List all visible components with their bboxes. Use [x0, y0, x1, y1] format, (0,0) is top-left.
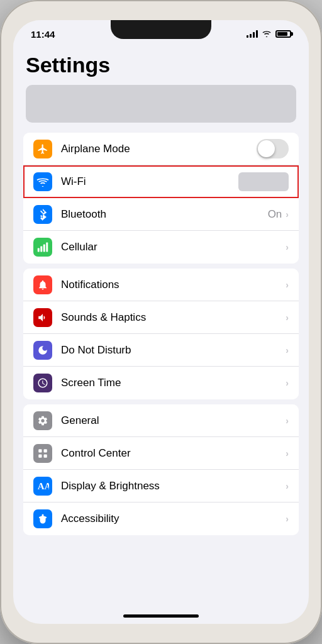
- general-label: General: [61, 414, 286, 427]
- wifi-label: Wi-Fi: [61, 175, 238, 188]
- wifi-row[interactable]: Wi-Fi: [23, 165, 299, 198]
- bluetooth-value: On: [268, 208, 282, 221]
- dnd-label: Do Not Disturb: [61, 344, 286, 357]
- sounds-chevron: ›: [286, 313, 289, 323]
- wifi-value-placeholder: [238, 172, 289, 191]
- svg-rect-0: [38, 248, 40, 252]
- controlcenter-label: Control Center: [61, 447, 286, 460]
- phone-frame: 11:44 Settings: [0, 0, 322, 644]
- displaybrightness-label: Display & Brightness: [61, 480, 286, 492]
- cellular-row[interactable]: Cellular ›: [23, 231, 299, 264]
- screen: 11:44 Settings: [13, 20, 309, 624]
- screentime-row[interactable]: Screen Time ›: [23, 367, 299, 399]
- svg-rect-4: [38, 449, 42, 452]
- cellular-label: Cellular: [61, 241, 286, 253]
- controlcenter-icon: [33, 444, 52, 463]
- accessibility-row[interactable]: Accessibility ›: [23, 502, 299, 535]
- battery-icon: [275, 30, 291, 38]
- dnd-icon: [33, 341, 52, 360]
- display-group: General › Control Center ›: [23, 404, 299, 535]
- notifications-label: Notifications: [61, 279, 286, 291]
- screentime-label: Screen Time: [61, 377, 286, 389]
- airplane-mode-icon: [33, 140, 52, 158]
- connectivity-group: Airplane Mode Wi-Fi: [23, 133, 299, 264]
- screentime-chevron: ›: [286, 378, 289, 388]
- general-icon: [33, 411, 52, 430]
- cellular-icon: [33, 238, 52, 257]
- search-area: Settings: [13, 48, 309, 133]
- airplane-mode-row[interactable]: Airplane Mode: [23, 133, 299, 165]
- notch: [111, 20, 211, 39]
- airplane-mode-label: Airplane Mode: [61, 143, 257, 155]
- notifications-chevron: ›: [286, 280, 289, 290]
- sounds-row[interactable]: Sounds & Haptics ›: [23, 301, 299, 334]
- dnd-row[interactable]: Do Not Disturb ›: [23, 334, 299, 367]
- bluetooth-row[interactable]: Bluetooth On ›: [23, 198, 299, 231]
- general-row[interactable]: General ›: [23, 404, 299, 437]
- svg-text:AA: AA: [38, 481, 49, 491]
- svg-rect-3: [46, 243, 48, 252]
- wifi-icon: [33, 172, 52, 191]
- displaybrightness-row[interactable]: AA Display & Brightness ›: [23, 470, 299, 502]
- search-placeholder-area: [26, 85, 296, 123]
- svg-rect-1: [40, 247, 42, 252]
- displaybrightness-chevron: ›: [286, 481, 289, 491]
- svg-rect-2: [43, 245, 45, 252]
- controlcenter-row[interactable]: Control Center ›: [23, 437, 299, 470]
- svg-rect-7: [44, 454, 47, 457]
- accessibility-label: Accessibility: [61, 513, 286, 525]
- general-chevron: ›: [286, 416, 289, 426]
- bluetooth-chevron: ›: [286, 209, 289, 219]
- notifications-icon: [33, 275, 52, 294]
- cellular-chevron: ›: [286, 242, 289, 252]
- bluetooth-label: Bluetooth: [61, 208, 268, 221]
- airplane-mode-toggle[interactable]: [257, 139, 289, 158]
- notifications-group: Notifications › Sounds & Haptics ›: [23, 269, 299, 399]
- sounds-label: Sounds & Haptics: [61, 311, 286, 324]
- wifi-status-icon: [262, 30, 272, 38]
- dnd-chevron: ›: [286, 345, 289, 355]
- accessibility-icon: [33, 509, 52, 528]
- svg-rect-6: [38, 454, 42, 457]
- page-title: Settings: [26, 48, 296, 85]
- home-indicator[interactable]: [123, 614, 199, 618]
- status-time: 11:44: [31, 29, 55, 40]
- displaybrightness-icon: AA: [33, 477, 52, 496]
- accessibility-chevron: ›: [286, 514, 289, 524]
- bluetooth-icon: [33, 205, 52, 224]
- svg-rect-5: [44, 449, 47, 452]
- status-icons: [247, 30, 291, 38]
- screentime-icon: [33, 374, 52, 392]
- notifications-row[interactable]: Notifications ›: [23, 269, 299, 301]
- controlcenter-chevron: ›: [286, 448, 289, 458]
- sounds-icon: [33, 308, 52, 327]
- settings-list: Airplane Mode Wi-Fi: [13, 133, 309, 624]
- signal-icon: [247, 30, 258, 38]
